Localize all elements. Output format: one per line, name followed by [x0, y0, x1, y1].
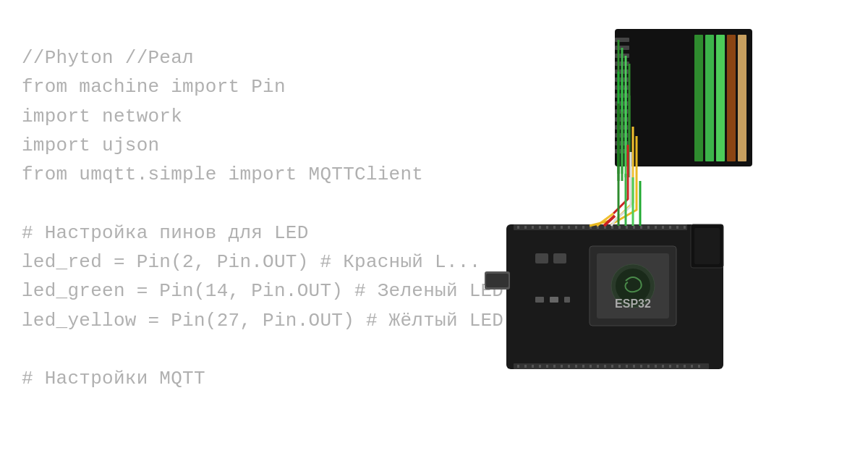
- svg-rect-45: [582, 365, 584, 368]
- svg-rect-41: [553, 365, 556, 368]
- code-line-4: from umqtt.simple import MQTTClient: [22, 160, 503, 189]
- svg-rect-40: [546, 365, 548, 368]
- svg-rect-55: [655, 365, 657, 368]
- svg-rect-2: [716, 35, 725, 161]
- svg-rect-5: [615, 38, 629, 42]
- svg-rect-66: [539, 226, 541, 229]
- svg-rect-97: [564, 297, 570, 303]
- code-line-8: led_yellow = Pin(27, Pin.OUT) # Жёлтый L…: [22, 306, 503, 335]
- svg-rect-85: [676, 226, 678, 229]
- svg-rect-42: [561, 365, 563, 368]
- svg-rect-59: [684, 365, 686, 368]
- svg-rect-86: [684, 226, 686, 229]
- svg-rect-76: [611, 226, 613, 229]
- code-line-5: # Настройка пинов для LED: [22, 219, 503, 248]
- svg-rect-68: [553, 226, 556, 229]
- svg-rect-49: [611, 365, 613, 368]
- svg-rect-51: [626, 365, 628, 368]
- svg-rect-52: [633, 365, 635, 368]
- svg-rect-64: [524, 226, 527, 229]
- code-line-9: # Настройки MQTT: [22, 364, 503, 393]
- svg-rect-83: [662, 226, 664, 229]
- svg-rect-96: [550, 297, 558, 303]
- svg-rect-81: [647, 226, 650, 229]
- svg-rect-77: [618, 226, 621, 229]
- svg-rect-0: [694, 35, 703, 161]
- svg-rect-63: [517, 226, 519, 229]
- svg-rect-50: [618, 365, 621, 368]
- code-line-1: from machine import Pin: [22, 72, 503, 101]
- svg-rect-36: [517, 365, 519, 368]
- svg-rect-4: [738, 35, 746, 161]
- svg-rect-95: [535, 297, 544, 303]
- circuit-diagram: ESP32: [470, 22, 774, 398]
- svg-rect-69: [561, 226, 563, 229]
- svg-rect-79: [633, 226, 635, 229]
- svg-rect-46: [590, 365, 592, 368]
- code-line-3: import ujson: [22, 131, 503, 160]
- svg-rect-48: [604, 365, 606, 368]
- svg-rect-57: [669, 365, 671, 368]
- code-line-2: import network: [22, 102, 503, 131]
- svg-rect-34: [694, 228, 720, 264]
- svg-rect-65: [532, 226, 534, 229]
- svg-rect-82: [655, 226, 657, 229]
- svg-rect-30: [486, 274, 509, 287]
- bottom-pins: [514, 363, 709, 369]
- top-pins: [514, 224, 687, 230]
- button-2: [553, 253, 566, 263]
- svg-rect-84: [669, 226, 671, 229]
- svg-rect-47: [597, 365, 599, 368]
- svg-rect-1: [705, 35, 714, 161]
- code-header: //Phyton //Реал: [22, 43, 503, 72]
- circuit-svg: ESP32: [470, 22, 774, 405]
- svg-rect-67: [546, 226, 548, 229]
- esp32-label: ESP32: [615, 297, 651, 310]
- svg-rect-58: [676, 365, 678, 368]
- svg-rect-53: [640, 365, 642, 368]
- svg-rect-43: [568, 365, 570, 368]
- button-1: [535, 253, 548, 263]
- svg-rect-37: [524, 365, 527, 368]
- svg-rect-70: [568, 226, 570, 229]
- code-line-7: led_green = Pin(14, Pin.OUT) # Зеленый L…: [22, 276, 503, 305]
- svg-rect-39: [539, 365, 541, 368]
- code-empty-2: [22, 335, 503, 364]
- svg-rect-80: [640, 226, 642, 229]
- code-line-6: led_red = Pin(2, Pin.OUT) # Красный L...: [22, 248, 503, 276]
- svg-rect-78: [626, 226, 628, 229]
- svg-rect-44: [575, 365, 577, 368]
- svg-rect-56: [662, 365, 664, 368]
- svg-rect-3: [727, 35, 736, 161]
- code-empty-1: [22, 189, 503, 218]
- svg-rect-71: [575, 226, 577, 229]
- svg-rect-38: [532, 365, 534, 368]
- svg-rect-60: [691, 365, 693, 368]
- svg-rect-72: [582, 226, 584, 229]
- svg-rect-61: [698, 365, 700, 368]
- svg-rect-54: [647, 365, 650, 368]
- code-block: //Phyton //Реал from machine import Pin …: [22, 43, 503, 394]
